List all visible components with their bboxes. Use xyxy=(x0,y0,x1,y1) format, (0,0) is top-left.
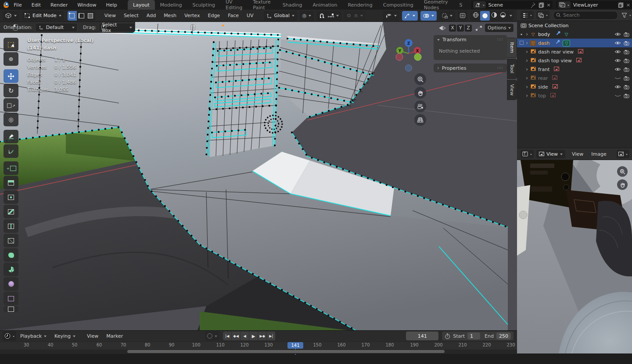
vertex-select-button[interactable] xyxy=(68,11,77,21)
pan-button[interactable] xyxy=(414,87,426,99)
outliner-filter-mode[interactable] xyxy=(536,11,549,19)
close-icon[interactable]: × xyxy=(547,2,551,8)
orientation-setting-dropdown[interactable]: Default xyxy=(35,23,78,32)
camera-view-button[interactable] xyxy=(414,100,426,112)
scene-icon[interactable] xyxy=(473,1,486,8)
expand-icon[interactable]: › xyxy=(524,32,530,36)
eye-closed-icon[interactable] xyxy=(614,76,621,80)
image-menu-image[interactable]: Image xyxy=(587,151,610,157)
mode-dropdown[interactable]: Edit Mode xyxy=(22,11,64,21)
gizmo-minus-x[interactable] xyxy=(396,54,403,61)
face-select-button[interactable] xyxy=(86,11,95,21)
menu-add[interactable]: Add xyxy=(143,13,160,18)
tool-inset-faces[interactable] xyxy=(4,190,18,204)
menu-vertex[interactable]: Vertex xyxy=(180,13,204,18)
image-zoom-button[interactable] xyxy=(617,166,628,177)
image-editor-type-button[interactable]: T xyxy=(521,150,534,158)
mesh-data-icon[interactable]: ▽ xyxy=(563,32,570,37)
prev-keyframe-button[interactable]: ◆◀ xyxy=(232,332,241,340)
navigation-gizmo[interactable]: Z Y X xyxy=(393,37,424,73)
gizmo-minus-z[interactable] xyxy=(406,65,412,71)
timeline-menu-marker[interactable]: Marker xyxy=(102,333,127,339)
image-pan-button[interactable] xyxy=(617,179,628,190)
menu-render[interactable]: Render xyxy=(46,0,72,10)
proportional-edit-icon[interactable]: ⊙ xyxy=(347,13,351,18)
panel-grip-icon[interactable]: ∷∷ xyxy=(498,37,503,42)
menu-edge[interactable]: Edge xyxy=(204,13,224,18)
tool-annotate[interactable] xyxy=(4,130,18,143)
image-data-icon[interactable] xyxy=(553,84,558,90)
properties-panel-header[interactable]: › Properties ∷∷ xyxy=(434,64,507,72)
eye-closed-icon[interactable] xyxy=(614,93,621,98)
workspace-tab-layout[interactable]: Layout xyxy=(128,0,154,10)
outliner-row-frant[interactable]: › frant xyxy=(517,65,632,74)
current-frame-field[interactable]: 141 xyxy=(406,332,438,340)
tool-smooth[interactable] xyxy=(4,277,18,291)
xray-settings-dropdown[interactable] xyxy=(439,11,455,21)
material-preview-button[interactable] xyxy=(490,12,499,19)
gizmo-x-label[interactable]: X xyxy=(416,49,419,53)
wireframe-shading-button[interactable] xyxy=(471,12,480,19)
viewport-3d[interactable]: Orientation: Default Drag: Select Box Us… xyxy=(0,22,517,330)
rendered-shading-button[interactable] xyxy=(499,12,507,19)
timeline-scrollbar[interactable] xyxy=(127,350,445,353)
jump-to-end-button[interactable]: ▶| xyxy=(267,332,276,340)
workspace-tab-shading[interactable]: Shading xyxy=(277,0,308,10)
next-keyframe-button[interactable]: ▶◆ xyxy=(258,332,267,340)
timeline-ruler[interactable]: 30 40 50 60 70 80 90 100 110 120 130 150… xyxy=(0,341,517,350)
tool-scale[interactable]: □↗ xyxy=(4,98,18,112)
start-frame-field[interactable]: 1 xyxy=(467,332,480,339)
solid-shading-button[interactable] xyxy=(480,11,490,21)
play-button[interactable]: ▶ xyxy=(249,332,258,340)
tool-poly-build[interactable] xyxy=(4,248,18,262)
copy-icon[interactable] xyxy=(618,2,624,8)
expand-icon[interactable]: › xyxy=(524,41,530,45)
show-overlays-toggle[interactable] xyxy=(420,11,437,21)
toggle-xray-button[interactable] xyxy=(458,11,467,21)
expand-icon[interactable]: › xyxy=(524,67,530,71)
tool-select-box[interactable] xyxy=(4,38,18,51)
timeline-menu-view[interactable]: View xyxy=(83,333,102,339)
menu-edit[interactable]: Edit xyxy=(27,0,46,10)
camera-render-icon[interactable] xyxy=(624,76,629,81)
play-reverse-button[interactable]: ◀ xyxy=(241,332,249,340)
panel-grip-icon[interactable]: ∷∷ xyxy=(498,66,503,70)
outliner-filter-dropdown[interactable] xyxy=(621,13,631,18)
sidebar-tab-item[interactable]: Item xyxy=(507,38,517,58)
tool-cursor[interactable]: ⊕ xyxy=(4,52,18,66)
view-layer-icon[interactable] xyxy=(558,1,571,8)
image-datablock-button[interactable] xyxy=(617,150,629,158)
gizmo-minus-y[interactable] xyxy=(414,54,421,61)
tool-edge-slide[interactable] xyxy=(4,292,18,305)
tool-rotate[interactable]: ↻ xyxy=(4,84,18,97)
tool-spin[interactable] xyxy=(4,263,18,276)
expand-icon[interactable]: › xyxy=(524,50,530,54)
menu-uv[interactable]: UV xyxy=(243,13,258,18)
outliner-display-mode[interactable] xyxy=(521,11,534,19)
chevron-down-icon[interactable] xyxy=(413,15,415,18)
show-gizmo-toggle[interactable] xyxy=(402,11,418,21)
sidebar-tab-view[interactable]: View xyxy=(507,80,517,100)
tool-knife[interactable] xyxy=(4,234,18,247)
modifier-wrench-icon[interactable] xyxy=(556,31,561,37)
mirror-butterfly-icon[interactable] xyxy=(439,25,446,31)
outliner-row-side[interactable]: › side xyxy=(517,82,632,91)
gizmo-y-label[interactable]: Y xyxy=(398,49,402,53)
workspace-tab-sculpting[interactable]: Sculpting xyxy=(187,0,220,10)
sidebar-tab-tool[interactable]: Tool xyxy=(507,59,517,79)
view-layer-name[interactable]: ViewLayer xyxy=(573,2,615,8)
toggle-ortho-button[interactable] xyxy=(414,114,426,126)
mirror-x-button[interactable]: X xyxy=(449,25,456,32)
mirror-y-button[interactable]: Y xyxy=(457,25,464,32)
close-icon[interactable]: × xyxy=(626,2,630,8)
outliner-row-dash-top-view[interactable]: › dash top view xyxy=(517,56,632,65)
workspace-tab-texture-paint[interactable]: Texture Paint xyxy=(248,0,277,10)
menu-face[interactable]: Face xyxy=(224,13,243,18)
camera-render-icon[interactable] xyxy=(624,32,629,37)
chevron-down-icon[interactable] xyxy=(510,15,512,18)
auto-key-button[interactable] xyxy=(205,331,219,341)
timeline-menu-playback[interactable]: Playback xyxy=(16,333,50,339)
timeline-menu-keying[interactable]: Keying xyxy=(50,333,79,339)
workspace-tab-scripting-truncated[interactable]: S xyxy=(454,0,468,10)
workspace-tab-geometry-nodes[interactable]: Geometry Nodes xyxy=(419,0,454,10)
